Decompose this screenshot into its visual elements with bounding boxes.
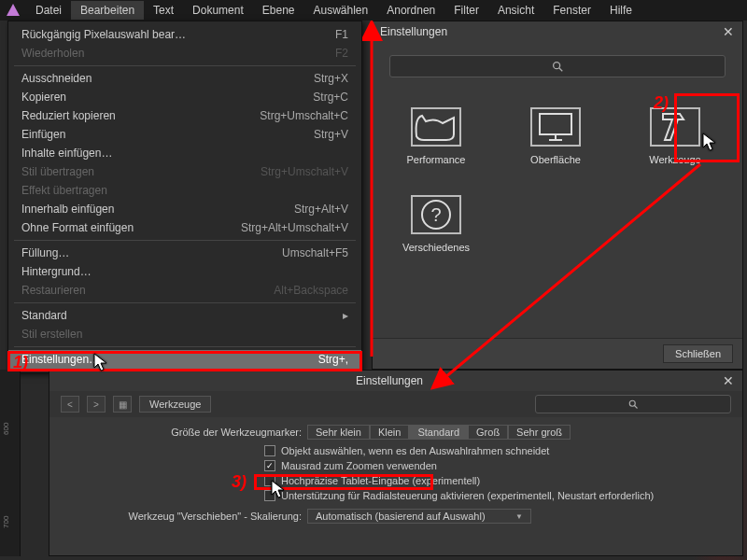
chevron-down-icon: ▼ bbox=[515, 512, 523, 521]
checkbox-label: Objekt auswählen, wenn es den Auswahlrah… bbox=[281, 445, 549, 456]
checkbox-label: Mausrad zum Zoomen verwenden bbox=[281, 460, 437, 471]
menu-item-shortcut: Strg+C bbox=[313, 91, 348, 104]
marker-size-label: Größe der Werkzeugmarker: bbox=[106, 427, 302, 438]
menu-item: Stil erstellen bbox=[8, 325, 361, 343]
menu-item-shortcut: Strg+Alt+Umschalt+V bbox=[241, 221, 348, 234]
svg-line-9 bbox=[635, 406, 638, 409]
menu-item-label: Einstellungen… bbox=[21, 353, 100, 366]
menu-item: Stil übertragenStrg+Umschalt+V bbox=[8, 162, 361, 181]
menu-auswaehlen[interactable]: Auswählen bbox=[303, 1, 377, 20]
menu-anordnen[interactable]: Anordnen bbox=[377, 1, 444, 20]
settings-dialog-categories: Einstellungen ✕ PerformanceOberflächeWer… bbox=[372, 21, 743, 370]
nav-forward-button[interactable]: > bbox=[87, 396, 106, 413]
size-option[interactable]: Groß bbox=[468, 425, 508, 440]
menu-item-label: Ohne Format einfügen bbox=[21, 221, 134, 234]
checkbox[interactable] bbox=[264, 445, 275, 456]
menu-item[interactable]: Rückgängig Pixelauswahl bear…F1 bbox=[8, 25, 361, 44]
bearbeiten-dropdown: Rückgängig Pixelauswahl bear…F1Wiederhol… bbox=[7, 21, 362, 373]
menu-item-label: Standard bbox=[21, 309, 67, 322]
search-icon bbox=[627, 399, 639, 410]
settings-search-input[interactable] bbox=[389, 55, 726, 77]
menu-item-shortcut: F1 bbox=[335, 28, 348, 41]
menu-item[interactable]: Füllung…Umschalt+F5 bbox=[8, 244, 361, 262]
menu-item: RestaurierenAlt+Backspace bbox=[8, 281, 361, 300]
menu-text[interactable]: Text bbox=[144, 1, 183, 20]
hammer-icon bbox=[650, 107, 700, 147]
menu-item-label: Reduziert kopieren bbox=[21, 109, 116, 122]
size-option[interactable]: Sehr klein bbox=[307, 425, 370, 440]
menu-fenster[interactable]: Fenster bbox=[543, 1, 600, 20]
menu-item-label: Hintergrund… bbox=[21, 265, 92, 278]
main-menubar: Datei Bearbeiten Text Dokument Ebene Aus… bbox=[0, 0, 747, 21]
menu-dokument[interactable]: Dokument bbox=[183, 1, 253, 20]
menu-filter[interactable]: Filter bbox=[444, 1, 488, 20]
menu-item[interactable]: Inhalte einfügen… bbox=[8, 144, 361, 162]
menu-item[interactable]: Reduziert kopierenStrg+Umschalt+C bbox=[8, 106, 361, 125]
category-label: Werkzeuge bbox=[649, 154, 700, 165]
size-option[interactable]: Standard bbox=[409, 425, 468, 440]
ruler-tick: 700 bbox=[2, 516, 10, 528]
menu-item[interactable]: Standard▸ bbox=[8, 306, 361, 325]
checkbox-label: Unterstützung für Radialsteuerung aktivi… bbox=[281, 490, 654, 501]
menu-item-shortcut: Strg+Alt+V bbox=[294, 203, 348, 216]
menu-item-label: Inhalte einfügen… bbox=[21, 147, 112, 160]
menu-item-label: Füllung… bbox=[21, 246, 69, 259]
menu-item[interactable]: Einstellungen…Strg+, bbox=[8, 350, 361, 369]
menu-item-label: Stil übertragen bbox=[21, 165, 94, 178]
settings-category-verschiedenes[interactable]: ?Verschiedenes bbox=[399, 195, 473, 253]
nav-grid-button[interactable]: ▦ bbox=[113, 396, 132, 413]
checkbox[interactable] bbox=[264, 475, 275, 486]
checkbox[interactable] bbox=[264, 460, 275, 471]
menu-item: WiederholenF2 bbox=[8, 44, 361, 63]
checkbox[interactable] bbox=[264, 490, 275, 501]
menu-datei[interactable]: Datei bbox=[26, 1, 71, 20]
breadcrumb[interactable]: Werkzeuge bbox=[139, 396, 211, 413]
menu-item-label: Kopieren bbox=[21, 91, 66, 104]
svg-text:?: ? bbox=[430, 204, 441, 225]
close-icon[interactable]: ✕ bbox=[722, 25, 735, 38]
vertical-ruler: 600 700 bbox=[0, 370, 21, 556]
monitor-icon bbox=[530, 107, 581, 147]
menu-item[interactable]: KopierenStrg+C bbox=[8, 88, 361, 106]
menu-ebene[interactable]: Ebene bbox=[253, 1, 304, 20]
close-button[interactable]: Schließen bbox=[663, 344, 733, 363]
menu-ansicht[interactable]: Ansicht bbox=[488, 1, 543, 20]
category-label: Performance bbox=[407, 154, 466, 165]
menu-item[interactable]: Hintergrund… bbox=[8, 262, 361, 281]
size-option[interactable]: Klein bbox=[370, 425, 409, 440]
settings-search-input[interactable] bbox=[535, 395, 731, 413]
menu-item-shortcut: Strg+V bbox=[314, 128, 348, 141]
menu-item-label: Innerhalb einfügen bbox=[21, 203, 114, 216]
dialog-title: Einstellungen bbox=[380, 25, 447, 38]
menu-item-label: Wiederholen bbox=[21, 47, 84, 60]
menu-item-shortcut: Strg+Umschalt+V bbox=[261, 165, 348, 178]
menu-item-label: Ausschneiden bbox=[21, 72, 92, 85]
svg-rect-3 bbox=[540, 114, 571, 134]
svg-marker-0 bbox=[7, 4, 20, 16]
size-option[interactable]: Sehr groß bbox=[508, 425, 571, 440]
select-value: Automatisch (basierend auf Auswahl) bbox=[316, 511, 486, 522]
menu-item-shortcut: Alt+Backspace bbox=[274, 284, 348, 297]
ruler-tick: 600 bbox=[2, 423, 10, 435]
svg-point-1 bbox=[554, 63, 560, 69]
category-label: Verschiedenes bbox=[402, 242, 470, 253]
menu-bearbeiten[interactable]: Bearbeiten bbox=[71, 1, 144, 20]
close-icon[interactable]: ✕ bbox=[722, 374, 735, 387]
app-logo bbox=[6, 3, 21, 18]
menu-item[interactable]: EinfügenStrg+V bbox=[8, 125, 361, 144]
move-scaling-select[interactable]: Automatisch (basierend auf Auswahl) ▼ bbox=[307, 509, 531, 524]
menu-item[interactable]: Innerhalb einfügenStrg+Alt+V bbox=[8, 200, 361, 218]
menu-item-label: Effekt übertragen bbox=[21, 184, 107, 197]
nav-back-button[interactable]: < bbox=[61, 396, 79, 413]
category-label: Oberfläche bbox=[530, 154, 581, 165]
svg-line-2 bbox=[559, 68, 563, 72]
settings-category-performance[interactable]: Performance bbox=[399, 107, 473, 165]
menu-item[interactable]: AusschneidenStrg+X bbox=[8, 69, 361, 88]
settings-category-oberfläche[interactable]: Oberfläche bbox=[518, 107, 593, 165]
menu-hilfe[interactable]: Hilfe bbox=[600, 1, 641, 20]
menu-item-shortcut: Umschalt+F5 bbox=[282, 246, 348, 259]
menu-item[interactable]: Ohne Format einfügenStrg+Alt+Umschalt+V bbox=[8, 218, 361, 237]
settings-category-werkzeuge[interactable]: Werkzeuge bbox=[638, 107, 712, 165]
question-icon: ? bbox=[411, 195, 461, 234]
menu-item-label: Stil erstellen bbox=[21, 328, 82, 341]
